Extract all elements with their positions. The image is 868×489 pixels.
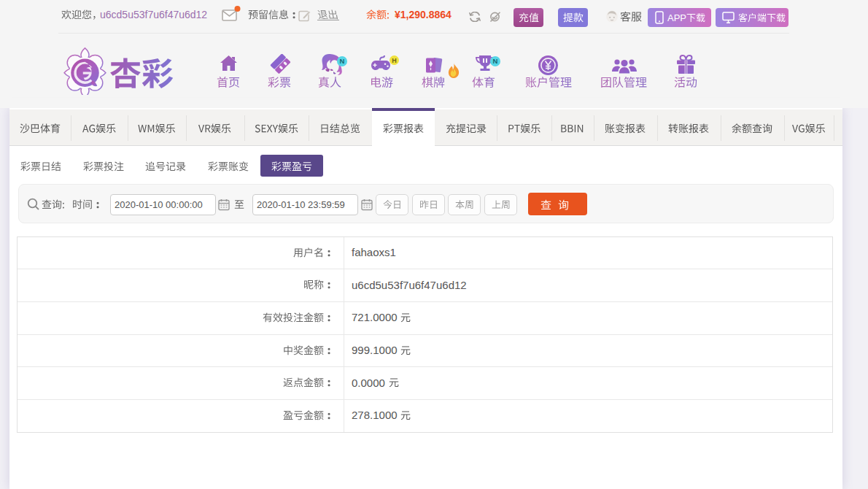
svg-text:N: N	[493, 57, 498, 65]
svg-text:H: H	[392, 57, 397, 64]
svg-text:N: N	[340, 57, 345, 65]
